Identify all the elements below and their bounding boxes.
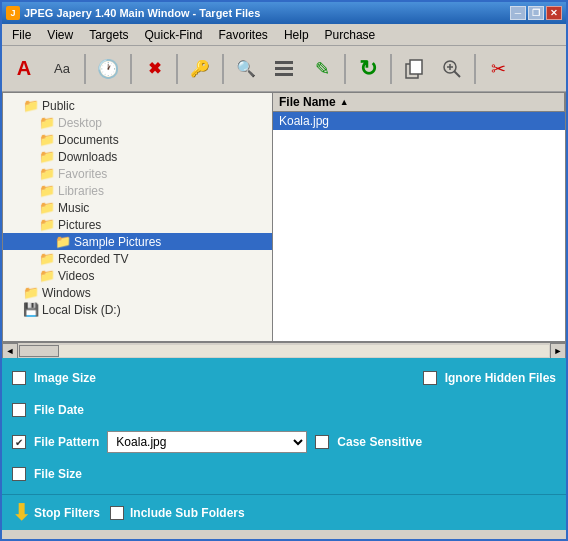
folder-icon: 📁 xyxy=(39,115,55,130)
zoom-button[interactable]: 🔍 xyxy=(228,51,264,87)
tree-item-sample-pictures[interactable]: 📁 Sample Pictures xyxy=(3,233,272,250)
file-item[interactable]: Koala.jpg xyxy=(273,112,565,130)
bottom-bar: ⬇ Stop Filters Include Sub Folders xyxy=(2,494,566,530)
filter-row-3: File Pattern Koala.jpg *.jpg *.jpeg *.pn… xyxy=(12,428,556,456)
folder-icon: 📁 xyxy=(39,132,55,147)
toolbar-sep-3 xyxy=(176,54,178,84)
restore-button[interactable]: ❐ xyxy=(528,6,544,20)
h-scroll-thumb[interactable] xyxy=(19,345,59,357)
filter-row-2: File Date xyxy=(12,396,556,424)
h-scrollbar[interactable]: ◄ ► xyxy=(2,342,566,358)
file-panel: File Name ▲ Koala.jpg xyxy=(273,93,565,341)
ignore-hidden-files-checkbox[interactable] xyxy=(423,371,437,385)
tree-label-sample-pictures: Sample Pictures xyxy=(74,235,161,249)
tree-item-documents[interactable]: 📁 Documents xyxy=(3,131,272,148)
file-pattern-label[interactable]: File Pattern xyxy=(34,435,99,449)
tree-item-pictures[interactable]: 📁 Pictures xyxy=(3,216,272,233)
scissors-button[interactable]: ✂ xyxy=(480,51,516,87)
folder-icon: 📁 xyxy=(39,200,55,215)
filter-panel: Image Size Ignore Hidden Files File Date… xyxy=(2,358,566,494)
tree-item-videos[interactable]: 📁 Videos xyxy=(3,267,272,284)
toolbar-sep-4 xyxy=(222,54,224,84)
file-pattern-select[interactable]: Koala.jpg *.jpg *.jpeg *.png *.* xyxy=(107,431,307,453)
folder-icon: 📁 xyxy=(55,234,71,249)
file-list[interactable]: Koala.jpg xyxy=(273,112,565,341)
refresh-button[interactable]: ↻ xyxy=(350,51,386,87)
image-size-label[interactable]: Image Size xyxy=(34,371,96,385)
menu-favorites[interactable]: Favorites xyxy=(211,26,276,44)
ignore-hidden-files-label[interactable]: Ignore Hidden Files xyxy=(445,371,556,385)
drive-icon: 💾 xyxy=(23,302,39,317)
folder-icon: 📁 xyxy=(39,217,55,232)
menu-help[interactable]: Help xyxy=(276,26,317,44)
window-title: JPEG Japery 1.40 Main Window - Target Fi… xyxy=(24,7,260,19)
tree-label-pictures: Pictures xyxy=(58,218,101,232)
tree-item-local-disk[interactable]: 💾 Local Disk (D:) xyxy=(3,301,272,318)
list-view-button[interactable] xyxy=(266,51,302,87)
menu-purchase[interactable]: Purchase xyxy=(317,26,384,44)
tree-item-desktop[interactable]: 📁 Desktop xyxy=(3,114,272,131)
title-bar: J JPEG Japery 1.40 Main Window - Target … xyxy=(2,2,566,24)
toolbar-sep-7 xyxy=(474,54,476,84)
tree-item-music[interactable]: 📁 Music xyxy=(3,199,272,216)
edit-button[interactable]: ✎ xyxy=(304,51,340,87)
file-size-label[interactable]: File Size xyxy=(34,467,82,481)
image-size-checkbox[interactable] xyxy=(12,371,26,385)
svg-rect-4 xyxy=(410,60,422,74)
tree-scroll[interactable]: 📁 Public 📁 Desktop 📁 Documents 📁 Downloa… xyxy=(3,93,272,341)
key-button[interactable]: 🔑 xyxy=(182,51,218,87)
title-bar-controls: ─ ❐ ✕ xyxy=(510,6,562,20)
menu-file[interactable]: File xyxy=(4,26,39,44)
menu-view[interactable]: View xyxy=(39,26,81,44)
stop-icon: ⬇ xyxy=(12,500,30,526)
h-scroll-right[interactable]: ► xyxy=(550,343,566,359)
filter-row-4: File Size xyxy=(12,460,556,488)
tree-item-public[interactable]: 📁 Public xyxy=(3,97,272,114)
tree-label-favorites: Favorites xyxy=(58,167,107,181)
minimize-button[interactable]: ─ xyxy=(510,6,526,20)
file-name-header[interactable]: File Name ▲ xyxy=(273,93,565,111)
h-scroll-track[interactable] xyxy=(19,345,549,357)
tree-label-windows: Windows xyxy=(42,286,91,300)
zoom2-button[interactable] xyxy=(434,51,470,87)
file-date-label[interactable]: File Date xyxy=(34,403,84,417)
stop-filters-button[interactable]: ⬇ Stop Filters xyxy=(12,500,100,526)
tree-label-music: Music xyxy=(58,201,89,215)
file-pattern-checkbox[interactable] xyxy=(12,435,26,449)
folder-icon: 📁 xyxy=(39,149,55,164)
tree-item-libraries[interactable]: 📁 Libraries xyxy=(3,182,272,199)
file-date-checkbox[interactable] xyxy=(12,403,26,417)
tree-label-videos: Videos xyxy=(58,269,94,283)
tree-item-windows[interactable]: 📁 Windows xyxy=(3,284,272,301)
case-sensitive-checkbox[interactable] xyxy=(315,435,329,449)
toolbar-sep-6 xyxy=(390,54,392,84)
font-large-button[interactable]: A xyxy=(6,51,42,87)
tree-item-favorites[interactable]: 📁 Favorites xyxy=(3,165,272,182)
svg-line-6 xyxy=(454,71,460,77)
h-scroll-left[interactable]: ◄ xyxy=(2,343,18,359)
svg-rect-1 xyxy=(275,67,293,70)
tree-label-documents: Documents xyxy=(58,133,119,147)
stop-x-button[interactable]: ✖ xyxy=(136,51,172,87)
menu-bar: File View Targets Quick-Find Favorites H… xyxy=(2,24,566,46)
toolbar-sep-2 xyxy=(130,54,132,84)
folder-icon: 📁 xyxy=(39,251,55,266)
file-header: File Name ▲ xyxy=(273,93,565,112)
folder-icon: 📁 xyxy=(39,166,55,181)
copy-button[interactable] xyxy=(396,51,432,87)
font-normal-button[interactable]: Aa xyxy=(44,51,80,87)
menu-targets[interactable]: Targets xyxy=(81,26,136,44)
file-size-checkbox[interactable] xyxy=(12,467,26,481)
close-button[interactable]: ✕ xyxy=(546,6,562,20)
clock-button[interactable]: 🕐 xyxy=(90,51,126,87)
tree-item-recorded-tv[interactable]: 📁 Recorded TV xyxy=(3,250,272,267)
file-name-label: File Name xyxy=(279,95,336,109)
tree-label-downloads: Downloads xyxy=(58,150,117,164)
include-sub-folders-label[interactable]: Include Sub Folders xyxy=(130,506,245,520)
sort-indicator: ▲ xyxy=(340,97,349,107)
tree-item-downloads[interactable]: 📁 Downloads xyxy=(3,148,272,165)
include-sub-folders-checkbox[interactable] xyxy=(110,506,124,520)
case-sensitive-label[interactable]: Case Sensitive xyxy=(337,435,422,449)
svg-rect-0 xyxy=(275,61,293,64)
menu-quick-find[interactable]: Quick-Find xyxy=(137,26,211,44)
